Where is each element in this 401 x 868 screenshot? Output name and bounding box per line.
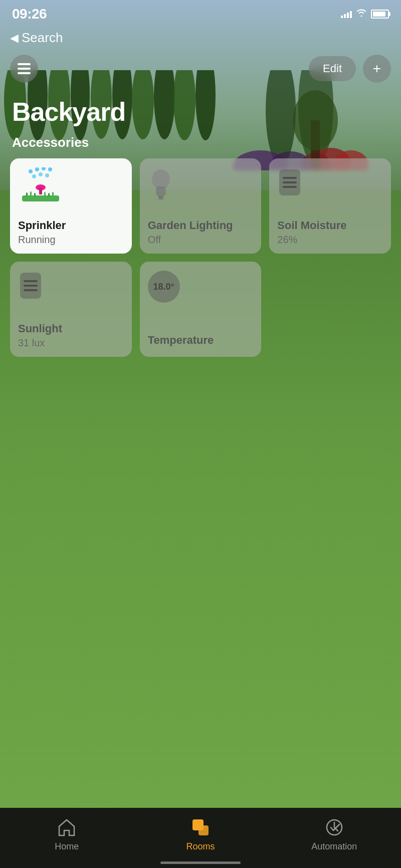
soil-moisture-icon-area — [277, 167, 383, 213]
svg-rect-39 — [158, 195, 164, 197]
add-button[interactable]: + — [363, 55, 391, 83]
room-title: Backyard — [0, 87, 401, 135]
garden-lighting-status: Off — [148, 234, 254, 246]
home-indicator — [160, 861, 241, 864]
temperature-circle: 18.0° — [148, 271, 180, 303]
back-label: Search — [22, 30, 63, 46]
nav-rooms-label: Rooms — [186, 841, 215, 852]
lightbulb-icon — [148, 167, 174, 200]
sunlight-sensor-rect — [20, 273, 41, 299]
svg-point-28 — [45, 173, 49, 177]
toolbar-right: Edit + — [309, 55, 391, 83]
back-button[interactable]: ◀ Search — [0, 26, 401, 51]
sunlight-sensor-line-2 — [24, 285, 38, 287]
svg-rect-34 — [34, 193, 36, 196]
temperature-icon-area: 18.0° — [148, 271, 254, 328]
sunlight-sensor-line-3 — [24, 289, 38, 291]
home-icon — [56, 816, 78, 838]
soil-moisture-name: Soil Moisture — [277, 219, 383, 232]
temperature-name: Temperature — [148, 334, 254, 347]
soil-moisture-status: 26% — [277, 234, 383, 246]
signal-bar-4 — [350, 11, 352, 18]
nav-item-home[interactable]: Home — [0, 816, 134, 852]
accessory-card-soil-moisture[interactable]: Soil Moisture 26% — [269, 158, 391, 254]
nav-automation-label: Automation — [311, 841, 357, 852]
accessories-grid: Sprinkler Running Garden Lighting Off — [10, 158, 391, 357]
battery-fill — [373, 12, 385, 17]
svg-point-27 — [39, 172, 43, 176]
nav-home-label: Home — [55, 841, 79, 852]
svg-point-25 — [48, 167, 52, 171]
sunlight-icon-area — [18, 271, 124, 316]
svg-rect-30 — [39, 187, 42, 194]
sensor-line-1 — [283, 177, 297, 179]
sensor-rect — [279, 169, 300, 195]
signal-bar-1 — [341, 16, 343, 18]
accessory-card-temperature[interactable]: 18.0° Temperature — [140, 262, 262, 357]
rooms-icon — [189, 816, 212, 838]
sunlight-status: 31 lux — [18, 337, 124, 349]
svg-point-24 — [42, 167, 46, 170]
svg-rect-32 — [26, 192, 28, 196]
automation-icon — [323, 816, 345, 838]
temperature-value: 18.0° — [153, 282, 174, 292]
accessories-label: Accessories — [10, 135, 391, 150]
svg-rect-36 — [48, 193, 50, 196]
sunlight-sensor-line-1 — [24, 280, 38, 282]
battery-icon — [371, 10, 389, 19]
status-time: 09:26 — [12, 6, 47, 22]
sprinkler-status: Running — [18, 234, 124, 246]
status-icons — [341, 9, 389, 20]
nav-item-automation[interactable]: Automation — [267, 816, 401, 852]
bottom-nav: Home Rooms Auto — [0, 808, 401, 868]
status-bar: 09:26 — [0, 0, 401, 26]
sprinkler-name: Sprinkler — [18, 219, 124, 232]
nav-item-rooms[interactable]: Rooms — [134, 816, 268, 852]
sprinkler-icon-area — [18, 167, 124, 213]
sunlight-name: Sunlight — [18, 322, 124, 335]
svg-rect-19 — [18, 63, 31, 65]
sunlight-sensor-icon — [18, 271, 43, 301]
svg-rect-37 — [52, 192, 54, 196]
svg-rect-21 — [18, 72, 31, 74]
accessory-card-sprinkler[interactable]: Sprinkler Running — [10, 158, 132, 254]
sprinkler-icon — [18, 167, 63, 205]
accessory-card-sunlight[interactable]: Sunlight 31 lux — [10, 262, 132, 357]
list-button[interactable] — [10, 55, 38, 83]
svg-point-26 — [32, 174, 36, 178]
svg-point-23 — [35, 167, 39, 171]
sensor-icon — [277, 167, 302, 197]
back-arrow-icon: ◀ — [10, 32, 19, 45]
sensor-line-3 — [283, 186, 297, 188]
accessory-card-garden-lighting[interactable]: Garden Lighting Off — [140, 158, 262, 254]
toolbar: Edit + — [0, 51, 401, 87]
svg-rect-35 — [44, 192, 46, 196]
bulb-icon-area — [148, 167, 254, 213]
signal-bars-icon — [341, 10, 352, 18]
accessories-section: Accessories — [0, 135, 401, 357]
svg-rect-33 — [30, 191, 32, 196]
list-icon — [18, 63, 31, 74]
edit-button[interactable]: Edit — [309, 56, 356, 81]
svg-rect-31 — [22, 195, 59, 201]
sensor-line-2 — [283, 181, 297, 183]
svg-rect-20 — [18, 68, 31, 70]
signal-bar-3 — [347, 13, 349, 18]
svg-rect-40 — [158, 197, 163, 199]
wifi-icon — [356, 9, 367, 20]
signal-bar-2 — [344, 14, 346, 18]
svg-point-22 — [29, 169, 33, 173]
svg-rect-42 — [198, 825, 209, 835]
garden-lighting-name: Garden Lighting — [148, 219, 254, 232]
